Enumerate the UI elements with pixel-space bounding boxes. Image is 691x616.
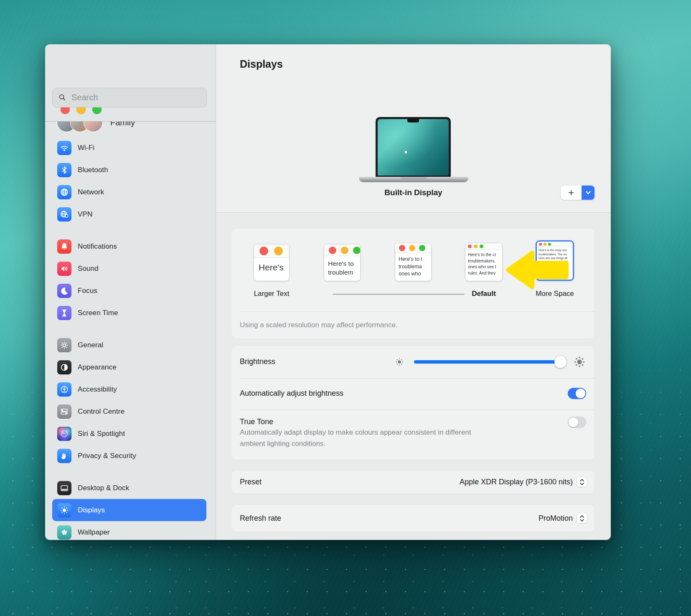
family-label: Family [110, 121, 135, 127]
divider [240, 378, 594, 379]
yellow-dot-icon [544, 243, 546, 246]
true-tone-toggle[interactable] [568, 417, 586, 428]
red-dot-icon [539, 243, 542, 246]
resolution-option-3[interactable]: Here's to t troublema ones who [395, 243, 431, 281]
wallpaper-flower-icon [57, 525, 71, 540]
gear-icon [57, 338, 71, 352]
preset-label: Preset [240, 478, 262, 486]
preset-value: Apple XDR Display (P3-1600 nits) [460, 478, 573, 486]
vpn-globe-shield-icon [57, 207, 71, 221]
displays-pane: Displays Built-in Display + [216, 44, 611, 540]
toggle-knob [569, 417, 578, 427]
yellow-dot-icon [274, 247, 283, 255]
sidebar-item-wifi[interactable]: Wi-Fi [52, 137, 206, 159]
bluetooth-icon [57, 163, 71, 177]
avatar [84, 121, 102, 132]
refresh-rate-value: ProMotion [539, 514, 573, 523]
red-dot-icon [468, 244, 472, 248]
refresh-rate-card: Refresh rate ProMotion [231, 505, 594, 532]
moon-icon [57, 284, 71, 298]
thumb-text: Here's to troublem [324, 256, 360, 277]
sidebar-item-bluetooth[interactable]: Bluetooth [52, 159, 206, 181]
red-dot-icon [259, 247, 268, 255]
yellow-dot-icon [341, 247, 348, 254]
add-display-dropdown[interactable] [582, 186, 594, 200]
thumb-text: Here's [254, 258, 289, 272]
auto-brightness-toggle[interactable] [568, 388, 586, 399]
refresh-rate-stepper[interactable] [577, 513, 587, 523]
resolution-note: Using a scaled resolution may affect per… [240, 321, 398, 329]
divider [240, 410, 594, 410]
thumb-titlebar [324, 244, 360, 256]
globe-icon [57, 185, 71, 199]
thumb-text: Here's to the cr troublemakers. ones who… [465, 250, 502, 276]
desktop-wallpaper: Family Wi-Fi Bluetooth [0, 0, 691, 616]
hourglass-icon [57, 306, 71, 320]
sidebar-item-focus[interactable]: Focus [52, 280, 206, 302]
thumb-titlebar [395, 243, 431, 253]
bell-icon [57, 239, 71, 254]
sidebar-item-displays[interactable]: Displays [52, 499, 206, 521]
wifi-icon [57, 141, 71, 155]
green-dot-icon [548, 243, 551, 246]
sidebar-group-connectivity: Wi-Fi Bluetooth Network [45, 137, 216, 225]
resolution-label-larger-text: Larger Text [240, 290, 303, 298]
resolution-option-larger-text[interactable]: Here's [254, 244, 289, 281]
search-field[interactable] [52, 88, 207, 107]
sidebar-item-general[interactable]: General [52, 334, 206, 356]
brightness-knob[interactable] [554, 356, 567, 368]
thumb-text: Here's to t troublema ones who [395, 253, 431, 278]
sidebar-item-family[interactable]: Family [52, 121, 216, 134]
yellow-dot-icon [474, 244, 478, 248]
chevron-down-icon [585, 191, 591, 195]
brightness-fill [414, 360, 560, 364]
preset-stepper[interactable] [577, 477, 587, 487]
sidebar-item-vpn[interactable]: VPN [52, 203, 206, 225]
sidebar-item-screen-time[interactable]: Screen Time [52, 302, 206, 324]
sidebar-item-siri-spotlight[interactable]: Siri & Spotlight [52, 423, 206, 445]
green-dot-icon [419, 245, 425, 251]
sidebar-group-alerts: Notifications Sound Focus [45, 235, 216, 324]
brightness-slider[interactable] [414, 360, 568, 364]
sidebar-item-appearance[interactable]: Appearance [52, 356, 206, 378]
search-icon [58, 93, 67, 102]
true-tone-description: Automatically adapt display to make colo… [240, 427, 471, 449]
sidebar-item-network[interactable]: Network [52, 181, 206, 203]
search-input[interactable] [71, 92, 193, 103]
desktop-dock-icon [57, 481, 71, 495]
resolution-option-2[interactable]: Here's to troublem [324, 244, 360, 281]
sidebar-item-sound[interactable]: Sound [52, 257, 206, 280]
device-name: Built-in Display [216, 188, 611, 197]
brightness-card: Brightness Automatically adjust brightne… [231, 346, 594, 460]
sidebar-item-control-centre[interactable]: Control Centre [52, 400, 206, 423]
sidebar-item-notifications[interactable]: Notifications [52, 235, 206, 257]
appearance-icon [57, 360, 71, 374]
sun-max-icon [573, 356, 586, 370]
sun-icon [57, 503, 71, 517]
refresh-rate-label: Refresh rate [240, 514, 281, 523]
sidebar-item-privacy-security[interactable]: Privacy & Security [52, 445, 206, 467]
add-display-button[interactable]: + [561, 186, 582, 200]
laptop-base [359, 177, 468, 182]
sidebar-item-accessibility[interactable]: Accessibility [52, 378, 206, 400]
add-display-control: + [561, 186, 594, 200]
sidebar-scroll[interactable]: Family Wi-Fi Bluetooth [45, 121, 216, 540]
hand-icon [57, 449, 71, 463]
sidebar: Family Wi-Fi Bluetooth [45, 44, 216, 540]
sidebar-group-desktop: Desktop & Dock Displays Wallpaper [45, 477, 216, 540]
annotation-arrow-icon [506, 249, 572, 291]
resolution-option-default[interactable]: Here's to the cr troublemakers. ones who… [465, 243, 502, 281]
green-dot-icon [353, 247, 360, 254]
sidebar-group-system: General Appearance Accessibility [45, 334, 216, 467]
thumb-titlebar [537, 242, 573, 247]
laptop-screen [378, 119, 449, 176]
family-avatars [57, 121, 102, 132]
resolution-card: Here's Here's to troublem [231, 229, 594, 339]
sidebar-item-desktop-dock[interactable]: Desktop & Dock [52, 477, 206, 499]
sidebar-item-wallpaper[interactable]: Wallpaper [52, 521, 206, 540]
green-dot-icon [480, 244, 483, 248]
display-preview-image [376, 117, 451, 178]
toggle-knob [576, 389, 585, 398]
auto-brightness-label: Automatically adjust brightness [240, 389, 343, 398]
true-tone-label: True Tone [240, 417, 273, 426]
